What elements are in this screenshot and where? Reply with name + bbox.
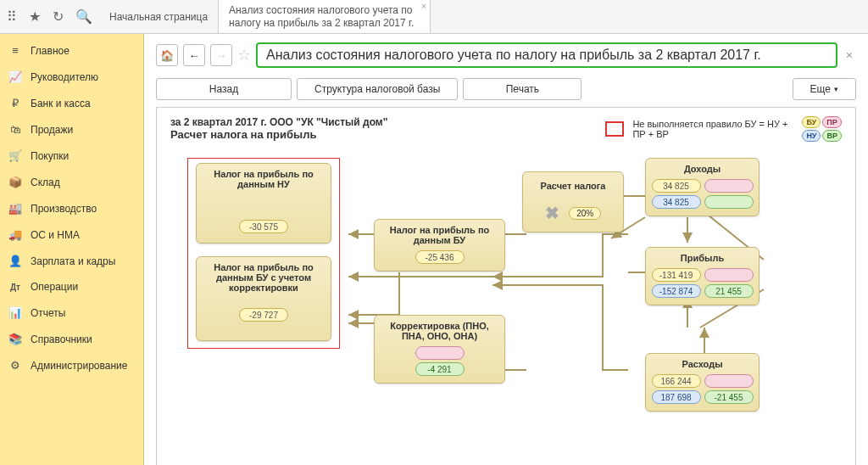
home-button[interactable]: 🏠 <box>156 44 178 66</box>
report-area: за 2 квартал 2017 г. ООО "УК "Чистый дом… <box>156 107 856 465</box>
box-icon: 📦 <box>8 176 22 188</box>
search-icon[interactable]: 🔍 <box>75 8 92 25</box>
nav-label: Отчеты <box>31 307 65 319</box>
page-title: Анализ состояния налогового учета по нал… <box>256 42 837 68</box>
multiply-icon: ✖ <box>545 203 559 223</box>
tab-label: Начальная страница <box>109 11 208 23</box>
badge-pr: ПР <box>822 116 841 128</box>
close-icon[interactable]: × <box>421 2 426 12</box>
nav-label: Продажи <box>31 124 73 136</box>
node-title: Налог на прибыль по данным БУ <box>381 225 498 245</box>
content: 🏠 ← → ☆ Анализ состояния налогового учет… <box>144 34 868 465</box>
nav-back-button[interactable]: Назад <box>156 78 292 100</box>
value-bu: -25 436 <box>415 250 465 264</box>
nav-label: Руководителю <box>31 71 98 83</box>
ruble-icon: ₽ <box>8 97 22 109</box>
nav-label: Администрирование <box>31 360 127 372</box>
badge-nu: НУ <box>802 130 821 142</box>
value-expense-bu: 166 244 <box>652 374 701 388</box>
books-icon: 📚 <box>8 333 22 345</box>
favorite-icon[interactable]: ☆ <box>237 46 251 64</box>
menu-icon: ≡ <box>8 44 22 57</box>
tab-label: Анализ состояния налогового учета по нал… <box>229 4 420 29</box>
more-button[interactable]: Еще ▾ <box>793 78 856 100</box>
nav-admin[interactable]: ⚙Администрирование <box>0 352 143 378</box>
print-button[interactable]: Печать <box>463 78 581 100</box>
value-profit-bu: -131 419 <box>652 268 701 282</box>
nav-catalog[interactable]: 📚Справочники <box>0 326 143 352</box>
nav-reports[interactable]: 📊Отчеты <box>0 300 143 326</box>
value-profit-pr <box>704 268 754 282</box>
node-title: Прибыль <box>653 253 752 263</box>
node-tax-bu[interactable]: Налог на прибыль по данным БУ -25 436 <box>374 219 505 272</box>
node-title: Расходы <box>653 359 752 369</box>
badge-bu: БУ <box>802 116 821 128</box>
gear-icon: ⚙ <box>8 359 22 372</box>
nav-label: Склад <box>31 176 60 188</box>
nav-label: Справочники <box>31 333 92 345</box>
legend-badges: БУПР НУВР <box>802 116 842 142</box>
factory-icon: 🏭 <box>8 202 22 215</box>
node-tax-bu-corr[interactable]: Налог на прибыль по данным БУ с учетом к… <box>196 256 331 341</box>
tab-home[interactable]: Начальная страница <box>99 0 219 33</box>
value-income-bu: 34 825 <box>652 179 701 193</box>
nav-production[interactable]: 🏭Производство <box>0 195 143 221</box>
topbar-icons: ⠿ ★ ↻ 🔍 <box>0 0 99 33</box>
dt-icon: Дт <box>8 283 22 292</box>
node-title: Налог на прибыль по данным НУ <box>203 169 324 189</box>
nav-operations[interactable]: ДтОперации <box>0 274 143 300</box>
node-calc[interactable]: Расчет налога ✖ 20% <box>522 171 624 232</box>
report-title: Расчет налога на прибыль <box>170 128 387 141</box>
tab-report[interactable]: Анализ состояния налогового учета по нал… <box>219 0 431 33</box>
structure-button[interactable]: Структура налоговой базы <box>297 78 458 100</box>
bars-icon: 📊 <box>8 306 22 319</box>
value-profit-nu: -152 874 <box>652 284 701 298</box>
topbar: ⠿ ★ ↻ 🔍 Начальная страница Анализ состоя… <box>0 0 868 34</box>
value-expense-vr: -21 455 <box>704 390 754 404</box>
legend-text: Не выполняется правило БУ = НУ + ПР + ВР <box>632 119 793 139</box>
node-title: Расчет налога <box>531 181 615 191</box>
close-icon[interactable]: × <box>843 48 856 62</box>
node-expense[interactable]: Расходы 166 244 187 698-21 455 <box>645 353 760 412</box>
period-org: за 2 квартал 2017 г. ООО "УК "Чистый дом… <box>170 116 387 128</box>
nav-main[interactable]: ≡Главное <box>0 37 143 64</box>
back-button[interactable]: ← <box>183 44 205 66</box>
value-income-pr <box>704 179 754 193</box>
nav-bank[interactable]: ₽Банк и касса <box>0 90 143 116</box>
nav-sales[interactable]: 🛍Продажи <box>0 116 143 143</box>
value-bu-corr: -29 727 <box>239 308 288 322</box>
node-correction[interactable]: Корректировка (ПНО, ПНА, ОНО, ОНА) -4 29… <box>374 315 505 384</box>
node-title: Налог на прибыль по данным БУ с учетом к… <box>203 262 324 293</box>
node-profit[interactable]: Прибыль -131 419 -152 87421 455 <box>645 247 760 305</box>
forward-button[interactable]: → <box>210 44 232 66</box>
cart-icon: 🛒 <box>8 149 22 162</box>
nav-label: ОС и НМА <box>31 229 80 241</box>
node-income[interactable]: Доходы 34 825 34 825 <box>645 158 760 216</box>
nav-manager[interactable]: 📈Руководителю <box>0 64 143 90</box>
value-expense-nu: 187 698 <box>652 390 701 404</box>
nav-warehouse[interactable]: 📦Склад <box>0 169 143 195</box>
history-icon[interactable]: ↻ <box>53 8 64 25</box>
value-income-vr <box>704 195 754 209</box>
apps-icon[interactable]: ⠿ <box>7 8 17 25</box>
nav-purchases[interactable]: 🛒Покупки <box>0 143 143 169</box>
nav-salary[interactable]: 👤Зарплата и кадры <box>0 248 143 274</box>
node-title: Корректировка (ПНО, ПНА, ОНО, ОНА) <box>381 321 498 341</box>
sidebar: ≡Главное 📈Руководителю ₽Банк и касса 🛍Пр… <box>0 34 144 465</box>
value-pct: 20% <box>569 207 601 220</box>
value-income-nu: 34 825 <box>652 195 701 209</box>
nav-label: Банк и касса <box>31 98 91 109</box>
value-profit-vr: 21 455 <box>704 284 754 298</box>
chart-icon: 📈 <box>8 70 22 83</box>
nav-label: Операции <box>31 281 78 293</box>
nav-assets[interactable]: 🚚ОС и НМА <box>0 221 143 248</box>
person-icon: 👤 <box>8 255 22 267</box>
node-tax-nu[interactable]: Налог на прибыль по данным НУ -30 575 <box>196 163 331 244</box>
star-icon[interactable]: ★ <box>29 8 41 25</box>
value-nu: -30 575 <box>239 220 288 233</box>
badge-vr: ВР <box>822 130 842 142</box>
truck-icon: 🚚 <box>8 228 22 241</box>
nav-label: Главное <box>31 45 70 57</box>
legend-fail-icon <box>605 121 624 137</box>
value-expense-pr <box>704 374 754 388</box>
